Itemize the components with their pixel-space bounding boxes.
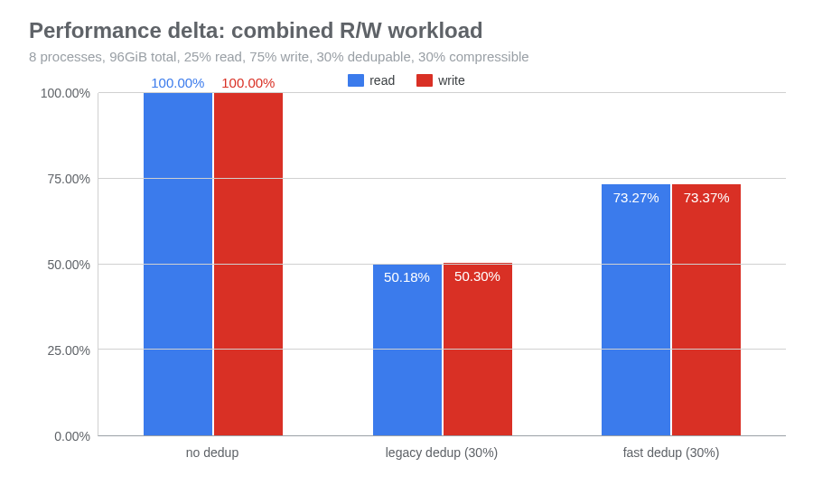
legend-item-write: write (416, 73, 465, 88)
x-category-label: fast dedup (30%) (556, 436, 786, 460)
y-axis: 0.00%25.00%50.00%75.00%100.00% (27, 93, 98, 436)
legend-label-read: read (369, 73, 395, 88)
bar-group: 73.27%73.37% (556, 93, 786, 435)
y-tick-label: 0.00% (54, 429, 90, 443)
bar-groups: 100.00%100.00%50.18%50.30%73.27%73.37% (98, 93, 786, 435)
bar-write: 73.37% (672, 184, 741, 435)
bar-value-label: 50.18% (384, 269, 430, 285)
chart-title: Performance delta: combined R/W workload (29, 18, 786, 43)
x-axis: no deduplegacy dedup (30%)fast dedup (30… (98, 436, 786, 460)
y-tick-label: 50.00% (48, 257, 90, 272)
bar-read: 73.27% (602, 184, 670, 435)
x-category-label: legacy dedup (30%) (327, 436, 556, 460)
y-tick-label: 25.00% (48, 343, 90, 358)
legend-label-write: write (438, 73, 465, 88)
gridline (98, 92, 786, 93)
bar-value-label: 100.00% (221, 75, 275, 90)
bar-value-label: 73.27% (613, 190, 659, 205)
chart-subtitle: 8 processes, 96GiB total, 25% read, 75% … (29, 49, 786, 64)
legend-item-read: read (348, 73, 395, 88)
bar-value-label: 100.00% (151, 75, 204, 90)
bar-value-label: 73.37% (684, 190, 730, 205)
gridline (98, 349, 786, 350)
plot-row: 0.00%25.00%50.00%75.00%100.00% 100.00%10… (27, 93, 786, 436)
bar-value-label: 50.30% (454, 268, 500, 284)
gridline (98, 178, 786, 179)
bar-write: 100.00% (214, 93, 283, 435)
bar-group: 100.00%100.00% (98, 93, 328, 435)
gridline (98, 264, 786, 265)
y-tick-label: 75.00% (48, 172, 90, 186)
plot-area: 100.00%100.00%50.18%50.30%73.27%73.37% (98, 93, 786, 436)
chart-container: Performance delta: combined R/W workload… (0, 0, 813, 504)
bar-read: 100.00% (144, 93, 212, 435)
y-tick-label: 100.00% (41, 86, 90, 100)
legend: read write (27, 73, 786, 88)
x-category-label: no dedup (98, 436, 327, 460)
legend-swatch-write (416, 74, 433, 87)
legend-swatch-read (348, 74, 364, 87)
bar-group: 50.18%50.30% (328, 93, 557, 435)
